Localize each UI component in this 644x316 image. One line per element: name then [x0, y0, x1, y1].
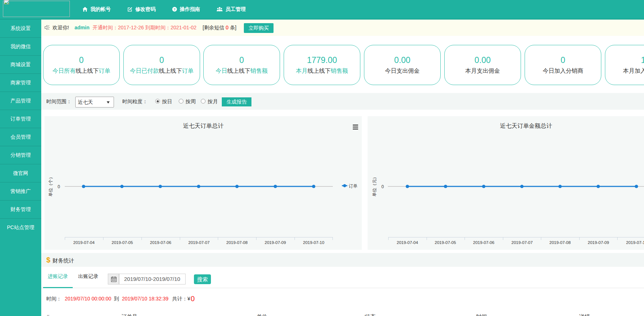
svg-text:2019-07-07: 2019-07-07 [512, 240, 533, 245]
svg-text:近七天订单金额总计: 近七天订单金额总计 [500, 123, 552, 129]
svg-text:0: 0 [381, 184, 384, 189]
svg-text:2019-07-05: 2019-07-05 [435, 240, 456, 245]
svg-text:2019-07-06: 2019-07-06 [473, 240, 495, 245]
svg-text:2019-07-07: 2019-07-07 [188, 240, 210, 245]
svg-text:2019-07-09: 2019-07-09 [265, 240, 286, 245]
svg-text:0: 0 [58, 184, 60, 189]
svg-text:2019-07-06: 2019-07-06 [150, 240, 171, 245]
svg-text:2019-07-10: 2019-07-10 [303, 240, 325, 245]
svg-text:2019-07-04: 2019-07-04 [397, 240, 418, 245]
svg-text:近七天订单总计: 近七天订单总计 [183, 123, 224, 129]
svg-text:2019-07-05: 2019-07-05 [112, 240, 133, 245]
svg-text:2019-07-04: 2019-07-04 [73, 240, 95, 245]
svg-text:单位（个）: 单位（个） [48, 175, 53, 197]
svg-text:?: ? [174, 7, 176, 11]
svg-text:单位（元）: 单位（元） [372, 175, 377, 197]
svg-text:2019-07-09: 2019-07-09 [588, 240, 609, 245]
svg-text:2019-07-10: 2019-07-10 [626, 240, 644, 245]
svg-text:2019-07-08: 2019-07-08 [550, 240, 571, 245]
svg-text:订单: 订单 [349, 184, 357, 189]
svg-text:2019-07-08: 2019-07-08 [226, 240, 248, 245]
